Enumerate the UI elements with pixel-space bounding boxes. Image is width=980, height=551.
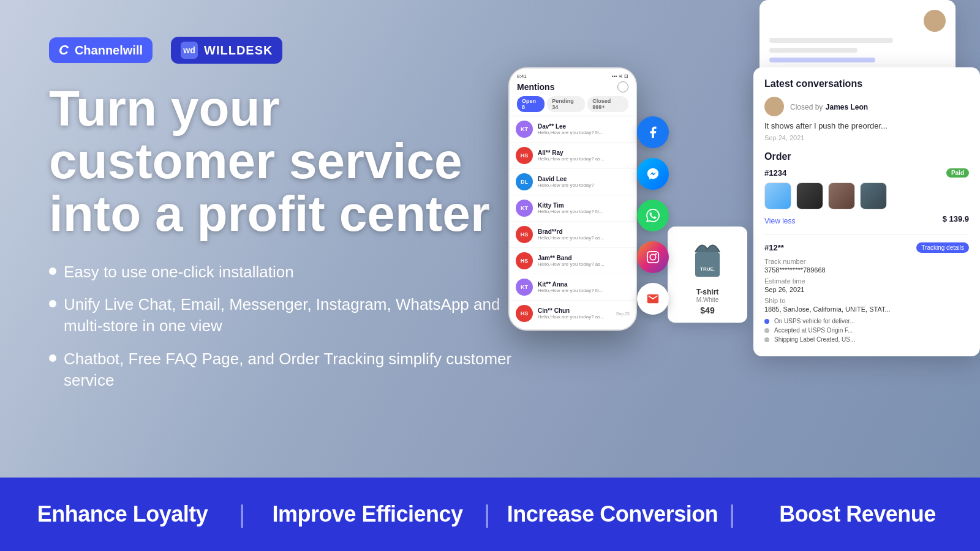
conversation-date: Sep 24, 2021 <box>764 134 969 141</box>
contact-item[interactable]: HS Brad**rd Hello,How are you today? as.… <box>510 222 636 248</box>
contact-message: Hello,How are you today? fil... <box>538 130 630 135</box>
contact-name: Kit** Anna <box>538 281 630 288</box>
order-header-row: #1234 Paid <box>764 168 969 178</box>
bottom-label: Enhance Loyalty <box>37 501 208 527</box>
tracking-step: Accepted at USPS Origin F... <box>764 327 969 334</box>
contact-item[interactable]: KT Kit** Anna Hello,How are you today? f… <box>510 274 636 301</box>
product-brand: M.White <box>675 296 740 303</box>
step-text: Accepted at USPS Origin F... <box>774 327 853 334</box>
bullet-item: Chatbot, Free FAQ Page, and Order Tracki… <box>49 348 539 391</box>
order-status-badge: Paid <box>946 168 969 178</box>
latest-conversations-title: Latest conversations <box>764 78 969 89</box>
headline-line1: Turn your <box>49 80 280 136</box>
headline-line3: into a profit center <box>49 186 490 241</box>
phone-search-icon[interactable] <box>617 81 628 92</box>
view-less-button[interactable]: View less <box>764 217 795 225</box>
contact-name: David Lee <box>538 176 630 182</box>
product-image: TRUE. <box>683 234 732 283</box>
order-total-row: View less $ 139.9 <box>764 214 969 227</box>
contact-info: David Lee Hello,How are you today? <box>538 176 630 188</box>
closed-by-row: Closed by James Leon <box>764 97 969 116</box>
channelwill-logo: C Channelwill <box>49 37 153 63</box>
ship-value: 1885, SanJose, California, UNITE, STAT..… <box>764 305 969 313</box>
order-item-2 <box>796 182 823 209</box>
contact-name: Jam** Band <box>538 255 630 261</box>
bottom-item-loyalty: Enhance Loyalty <box>0 501 245 527</box>
order-panel: Order #1234 Paid View less $ 139.9 #12**… <box>764 151 969 343</box>
contact-info: Dav** Lee Hello,How are you today? fil..… <box>538 123 630 135</box>
willdesk-label: WILLDESK <box>204 43 273 58</box>
left-content: C Channelwill wd WILLDESK Turn your cust… <box>49 37 539 402</box>
phone-header: 8:41 ▪▪▪ ≋ ⊡ Mentions Open 8 Pending 34 … <box>510 69 636 116</box>
order-item-4 <box>860 182 887 209</box>
contact-message: Hello,How are you today? as... <box>538 235 630 241</box>
agent-avatar <box>764 97 784 116</box>
contact-info: Kit** Anna Hello,How are you today? fil.… <box>538 281 630 293</box>
product-card: TRUE. T-shirt M.White $49 <box>668 227 747 323</box>
contact-info: Jam** Band Hello,How are you today? as..… <box>538 255 630 267</box>
svg-text:TRUE.: TRUE. <box>700 266 715 272</box>
closed-by-label: Closed by <box>790 103 823 111</box>
bottom-label: Boost Revenue <box>779 501 936 527</box>
contact-message: Hello,How are you today? as... <box>538 156 630 162</box>
instagram-icon <box>637 241 669 273</box>
tab-open[interactable]: Open 8 <box>517 96 545 112</box>
step-text: On USPS vehicle for deliver... <box>774 318 855 324</box>
bottom-item-revenue: Boost Revenue <box>735 501 980 527</box>
agent-name: James Leon <box>826 103 868 111</box>
bullet-text: Unify Live Chat, Email, Messenger, Insta… <box>64 294 539 337</box>
panel-divider <box>764 234 969 235</box>
bullet-text: Chatbot, Free FAQ Page, and Order Tracki… <box>64 348 539 391</box>
bottom-label: Increase Conversion <box>507 501 718 527</box>
contact-info: Cin** Chun Hello,How are you today? as..… <box>538 307 611 320</box>
contact-item[interactable]: HS All** Ray Hello,How are you today? as… <box>510 143 636 169</box>
facebook-icon <box>637 116 669 148</box>
contact-item[interactable]: KT Dav** Lee Hello,How are you today? fi… <box>510 116 636 143</box>
svg-rect-0 <box>647 252 658 263</box>
bottom-label: Improve Efficiency <box>272 501 462 527</box>
bottom-item-conversion: Increase Conversion <box>490 501 735 527</box>
contact-message: Hello,How are you today? <box>538 182 630 188</box>
tracking-id: #12** <box>764 243 784 252</box>
tracking-step: On USPS vehicle for deliver... <box>764 318 969 324</box>
tracking-details-button[interactable]: Tracking details <box>916 242 969 253</box>
channelwill-c-icon: C <box>59 42 69 58</box>
order-item-1 <box>764 182 791 209</box>
order-title: Order <box>764 151 969 162</box>
product-price: $49 <box>675 305 740 315</box>
svg-point-2 <box>655 253 657 255</box>
phone-signal: ▪▪▪ ≋ ⊡ <box>612 73 628 79</box>
social-icons-group <box>637 116 669 315</box>
estimate-value: Sep 26, 2021 <box>764 286 969 293</box>
whatsapp-icon <box>637 200 669 231</box>
contact-item[interactable]: HS Jam** Band Hello,How are you today? a… <box>510 248 636 274</box>
willdesk-icon: wd <box>181 42 198 59</box>
contact-avatar: HS <box>516 226 533 243</box>
step-dot-icon <box>764 328 769 333</box>
phone-title: Mentions <box>517 82 554 92</box>
bottom-item-efficiency: Improve Efficiency <box>245 501 490 527</box>
contact-item[interactable]: KT Kitty Tim Hello,How are you today? fi… <box>510 195 636 222</box>
contact-name: Kitty Tim <box>538 202 630 209</box>
contact-info: Kitty Tim Hello,How are you today? fil..… <box>538 202 630 214</box>
phone-status-bar: 8:41 ▪▪▪ ≋ ⊡ <box>517 73 628 79</box>
estimate-label: Estimate time <box>764 277 969 285</box>
conv-line <box>769 48 858 53</box>
step-dot-icon <box>764 337 769 342</box>
order-id: #1234 <box>764 168 786 178</box>
conv-list-avatar <box>924 10 946 32</box>
bullet-item: Unify Live Chat, Email, Messenger, Insta… <box>49 294 539 337</box>
contact-avatar: HS <box>516 147 533 164</box>
bullet-item: Easy to use one-click installation <box>49 261 539 283</box>
step-text: Shipping Label Created, US... <box>774 336 855 343</box>
contact-item[interactable]: DL David Lee Hello,How are you today? <box>510 169 636 195</box>
tab-pending[interactable]: Pending 34 <box>547 96 585 112</box>
contact-item[interactable]: HS Cin** Chun Hello,How are you today? a… <box>510 301 636 322</box>
contact-message: Hello,How are you today? fil... <box>538 209 630 214</box>
conv-line <box>769 38 893 43</box>
tab-closed[interactable]: Closed 999+ <box>587 96 628 112</box>
bullet-text: Easy to use one-click installation <box>64 261 294 283</box>
willdesk-logo: wd WILLDESK <box>171 37 282 64</box>
phone-tabs: Open 8 Pending 34 Closed 999+ <box>517 96 628 112</box>
svg-rect-3 <box>695 252 720 277</box>
